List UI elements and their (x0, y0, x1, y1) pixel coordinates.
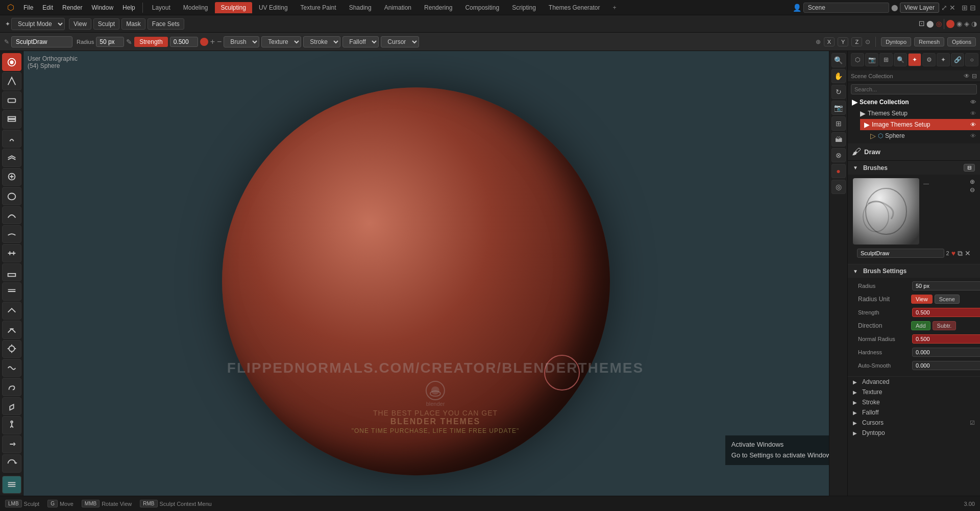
brush-favorite-icon[interactable]: ♥ (951, 249, 955, 257)
viewport[interactable]: User Orthographic (54) Sphere FLIPPEDNOR… (23, 51, 847, 496)
tab-add[interactable]: + (607, 2, 623, 13)
crease-tool[interactable] (2, 206, 21, 224)
brush-copy-icon[interactable]: ⧉ (958, 249, 963, 258)
misc-btn2[interactable]: ◎ (831, 180, 846, 194)
scene-name-input[interactable] (803, 3, 889, 13)
texture-section-item[interactable]: ▶ Texture (848, 387, 980, 397)
flatten-tool[interactable] (2, 244, 21, 262)
radius-prop-input[interactable] (912, 281, 980, 290)
tab-shading[interactable]: Shading (343, 2, 378, 13)
blender-logo-btn[interactable]: ⬡ (3, 1, 18, 14)
view-layer-btn[interactable]: View Layer (900, 3, 939, 13)
sphere-object[interactable] (222, 87, 610, 475)
tab-themes-generator[interactable]: Themes Generator (543, 2, 606, 13)
inflate-tool[interactable] (2, 168, 21, 186)
thumb-tool[interactable] (2, 397, 21, 415)
direction-add-btn[interactable]: Add (911, 321, 930, 330)
tab-scripting[interactable]: Scripting (506, 2, 542, 13)
pose-tool[interactable] (2, 416, 21, 434)
dyntopo-btn[interactable]: Dyntopo (881, 37, 911, 46)
draw-sharp-tool[interactable] (2, 72, 21, 90)
y-constraint-btn[interactable]: Y (838, 37, 848, 46)
grid-btn[interactable]: ⊞ (831, 116, 846, 131)
scrape-tool[interactable] (2, 282, 21, 300)
brush-add-icon[interactable]: ⊕ (970, 178, 975, 185)
strength-input[interactable] (170, 37, 198, 47)
image-themes-eye[interactable]: 👁 (970, 121, 976, 128)
rpanel-object-tab[interactable]: ○ (965, 53, 978, 66)
brush-name-display[interactable] (857, 249, 944, 258)
cursors-checkbox[interactable]: ☑ (970, 420, 975, 426)
filter-outliner-icon[interactable]: ⊟ (972, 72, 977, 80)
pan-btn[interactable]: ✋ (831, 69, 846, 83)
themes-setup-item[interactable]: ▶ Themes Setup 👁 (856, 108, 980, 119)
proportional-edit-icon[interactable]: ⊙ (865, 38, 870, 45)
user-icon[interactable]: 👤 (793, 4, 801, 12)
camera-btn[interactable]: 📷 (831, 101, 846, 115)
menu-window[interactable]: Window (87, 2, 117, 13)
rendered-view-icon[interactable]: ◉ (957, 20, 962, 28)
remesh-btn[interactable]: Remesh (914, 37, 944, 46)
tab-rendering[interactable]: Rendering (418, 2, 458, 13)
minus-icon[interactable]: − (217, 37, 222, 46)
stroke-dropdown[interactable]: Stroke (303, 36, 340, 47)
grab-tool[interactable] (2, 340, 21, 358)
texture-dropdown[interactable]: Texture (261, 36, 301, 47)
material-preview-icon[interactable] (946, 20, 954, 28)
radius-view-btn[interactable]: View (911, 295, 933, 304)
menu-edit[interactable]: Edit (38, 2, 57, 13)
brushes-expand-btn[interactable]: ⊟ (964, 164, 975, 172)
eye-all-icon[interactable]: 👁 (964, 72, 970, 80)
sculpt-menu-btn[interactable]: Sculpt (93, 18, 119, 30)
nudge-tool[interactable] (2, 435, 21, 453)
elastic-deform-tool[interactable] (2, 359, 21, 377)
cursors-section-item[interactable]: ▶ Cursors ☑ (848, 418, 980, 428)
brush-name-input[interactable] (11, 36, 72, 47)
view-menu-btn[interactable]: View (69, 18, 91, 30)
tab-compositing[interactable]: Compositing (459, 2, 505, 13)
cursor-dropdown[interactable]: Cursor (381, 36, 419, 47)
add-minus-icon[interactable]: + (210, 37, 215, 46)
filter-icon[interactable]: ⊟ (970, 4, 976, 12)
falloff-dropdown[interactable]: Falloff (342, 36, 379, 47)
fill-tool[interactable] (2, 263, 21, 281)
direction-sub-btn[interactable]: Subtr. (933, 321, 957, 330)
rpanel-constraints-tab[interactable]: 🔗 (951, 53, 964, 66)
scene-collection-eye[interactable]: 👁 (970, 99, 976, 105)
brush-delete-icon[interactable]: ✕ (965, 249, 971, 257)
rpanel-particles-tab[interactable]: ✦ (937, 53, 950, 66)
advanced-section-item[interactable]: ▶ Advanced (848, 377, 980, 387)
tab-animation[interactable]: Animation (378, 2, 418, 13)
material-view-icon[interactable]: ◑ (971, 20, 977, 28)
blob-tool[interactable] (2, 187, 21, 205)
tab-texture-paint[interactable]: Texture Paint (295, 2, 342, 13)
viewport-shading-icon[interactable]: ⚀ (919, 20, 924, 28)
close-icon[interactable]: ✕ (949, 4, 955, 12)
rpanel-view-tab[interactable]: 🔍 (894, 53, 907, 66)
rotate-tool[interactable] (2, 454, 21, 472)
x-constraint-btn[interactable]: X (824, 37, 835, 46)
menu-file[interactable]: File (19, 2, 37, 13)
xray-icon[interactable]: ◎ (936, 20, 942, 28)
smooth-tool[interactable] (2, 225, 21, 243)
sphere-eye[interactable]: 👁 (970, 133, 976, 139)
themes-setup-eye[interactable]: 👁 (970, 110, 976, 116)
hardness-input[interactable] (912, 348, 980, 357)
rpanel-output-tab[interactable]: ⊞ (879, 53, 893, 66)
rpanel-physics-tab[interactable]: ⚙ (922, 53, 936, 66)
z-constraint-btn[interactable]: Z (851, 37, 862, 46)
brush-remove-icon[interactable]: ⊖ (970, 186, 975, 193)
layer-tool[interactable] (2, 149, 21, 166)
tab-layout[interactable]: Layout (146, 2, 177, 13)
sculpt-mode-select[interactable]: Sculpt Mode (11, 18, 65, 30)
normal-radius-input[interactable] (912, 334, 980, 344)
draw-tool[interactable] (2, 53, 21, 71)
options-btn[interactable]: Options (947, 37, 976, 46)
misc-btn1[interactable]: ● (831, 164, 846, 178)
rpanel-render-tab[interactable]: 📷 (865, 53, 878, 66)
mask-menu-btn[interactable]: Mask (121, 18, 145, 30)
dyntopo-section-item[interactable]: ▶ Dyntopo (848, 428, 980, 438)
radius-input[interactable] (96, 37, 124, 47)
tab-uv-editing[interactable]: UV Editing (253, 2, 294, 13)
layout-icon[interactable]: ⊞ (962, 4, 968, 12)
